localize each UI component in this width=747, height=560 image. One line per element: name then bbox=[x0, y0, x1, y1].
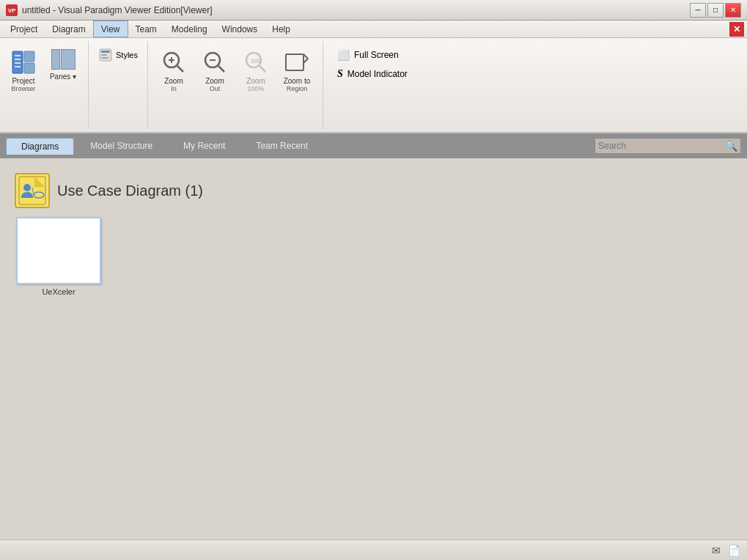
menu-team[interactable]: Team bbox=[128, 21, 164, 37]
app-icon: VP bbox=[6, 4, 18, 16]
svg-rect-10 bbox=[101, 51, 110, 53]
zoom-out-sublabel: Out bbox=[210, 85, 221, 92]
toolbar: Project Browser Panes ▾ bbox=[0, 38, 747, 133]
main-content: Use Case Diagram (1) UeXceler bbox=[0, 158, 747, 539]
svg-line-19 bbox=[218, 66, 224, 72]
zoom-region-button[interactable]: Zoom to Region bbox=[277, 45, 317, 96]
svg-point-27 bbox=[23, 184, 31, 191]
zoom-100-label: Zoom bbox=[246, 77, 265, 85]
diagrams-grid: UeXceler bbox=[15, 217, 732, 296]
panes-button[interactable]: Panes ▾ bbox=[44, 45, 82, 84]
menu-project[interactable]: Project bbox=[3, 21, 45, 37]
panes-label: Panes ▾ bbox=[50, 73, 76, 81]
email-icon[interactable]: ✉ bbox=[709, 543, 724, 558]
menu-bar: Project Diagram View Team Modeling Windo… bbox=[0, 21, 747, 38]
menu-help[interactable]: Help bbox=[265, 21, 298, 37]
svg-rect-11 bbox=[101, 54, 107, 56]
model-indicator-label: Model Indicator bbox=[347, 69, 408, 79]
project-browser-icon bbox=[10, 49, 37, 75]
minimize-button[interactable]: ─ bbox=[690, 3, 706, 18]
zoom-out-icon bbox=[202, 49, 228, 75]
toolbar-section-styles: Styles bbox=[89, 41, 148, 129]
maximize-button[interactable]: □ bbox=[707, 3, 724, 18]
model-indicator-icon: S bbox=[337, 68, 343, 80]
svg-rect-2 bbox=[12, 51, 23, 73]
menu-windows[interactable]: Windows bbox=[215, 21, 265, 37]
zoom-100-sublabel: 100% bbox=[247, 85, 264, 92]
search-box: 🔍 bbox=[595, 138, 741, 154]
menu-diagram[interactable]: Diagram bbox=[45, 21, 92, 37]
project-browser-sublabel: Browser bbox=[11, 85, 35, 92]
svg-line-22 bbox=[260, 66, 265, 72]
diagram-section: Use Case Diagram (1) UeXceler bbox=[7, 166, 740, 303]
styles-button[interactable]: Styles bbox=[95, 45, 141, 65]
full-screen-label: Full Screen bbox=[354, 50, 399, 60]
diagram-type-header: Use Case Diagram (1) bbox=[15, 173, 732, 208]
svg-rect-23 bbox=[286, 54, 303, 70]
close-button[interactable]: ✕ bbox=[725, 3, 741, 18]
toolbar-section-zoom: Zoom In Zoom Out bbox=[148, 41, 323, 129]
tab-model-structure[interactable]: Model Structure bbox=[76, 138, 167, 154]
title-bar: VP untitled - Visual Paradigm Viewer Edi… bbox=[0, 0, 747, 21]
zoom-region-label: Zoom to bbox=[284, 77, 311, 85]
svg-rect-4 bbox=[24, 63, 34, 73]
svg-rect-12 bbox=[101, 57, 108, 59]
menu-close-button[interactable]: ✕ bbox=[729, 22, 744, 37]
tabs-bar: Diagrams Model Structure My Recent Team … bbox=[0, 133, 747, 158]
full-screen-icon: ⬜ bbox=[337, 49, 350, 61]
zoom-region-icon bbox=[284, 49, 310, 75]
svg-rect-3 bbox=[24, 51, 34, 62]
diagram-thumbnail[interactable]: UeXceler bbox=[15, 217, 103, 296]
search-input[interactable] bbox=[598, 141, 725, 151]
zoom-in-label: Zoom bbox=[164, 77, 183, 85]
toolbar-section-right: ⬜ Full Screen S Model Indicator bbox=[323, 41, 422, 129]
tab-team-recent[interactable]: Team Recent bbox=[241, 138, 323, 154]
panes-icon bbox=[51, 49, 76, 70]
zoom-region-sublabel: Region bbox=[287, 85, 308, 92]
styles-icon bbox=[98, 48, 113, 62]
diagram-type-title: Use Case Diagram (1) bbox=[57, 183, 203, 199]
window-controls: ─ □ ✕ bbox=[690, 3, 741, 18]
model-indicator-button[interactable]: S Model Indicator bbox=[332, 66, 413, 82]
document-icon[interactable]: 📄 bbox=[726, 543, 741, 558]
project-browser-button[interactable]: Project Browser bbox=[6, 45, 41, 96]
zoom-in-icon bbox=[161, 49, 187, 75]
zoom-out-label: Zoom bbox=[205, 77, 224, 85]
menu-modeling[interactable]: Modeling bbox=[164, 21, 215, 37]
svg-rect-26 bbox=[19, 177, 45, 205]
svg-text:VP: VP bbox=[8, 7, 16, 14]
diagram-thumbnail-image bbox=[16, 217, 101, 284]
zoom-in-button[interactable]: Zoom In bbox=[154, 45, 194, 96]
project-browser-label: Project bbox=[12, 77, 34, 85]
full-screen-button[interactable]: ⬜ Full Screen bbox=[332, 47, 413, 63]
zoom-100-button[interactable]: 100 Zoom 100% bbox=[236, 45, 276, 96]
zoom-out-button[interactable]: Zoom Out bbox=[195, 45, 235, 96]
diagram-thumbnail-label: UeXceler bbox=[42, 287, 75, 296]
zoom-100-icon: 100 bbox=[243, 49, 269, 75]
svg-line-16 bbox=[177, 66, 183, 72]
styles-label: Styles bbox=[116, 51, 138, 59]
toolbar-section-view: Project Browser Panes ▾ bbox=[0, 41, 89, 129]
status-bar: ✉ 📄 bbox=[0, 539, 747, 560]
svg-text:100: 100 bbox=[251, 57, 262, 65]
diagram-type-icon bbox=[15, 173, 50, 208]
tab-my-recent[interactable]: My Recent bbox=[169, 138, 240, 154]
window-title: untitled - Visual Paradigm Viewer Editio… bbox=[22, 5, 690, 15]
tab-diagrams[interactable]: Diagrams bbox=[6, 138, 74, 155]
menu-view[interactable]: View bbox=[93, 21, 128, 37]
search-button[interactable]: 🔍 bbox=[725, 140, 737, 152]
zoom-in-sublabel: In bbox=[171, 85, 177, 92]
